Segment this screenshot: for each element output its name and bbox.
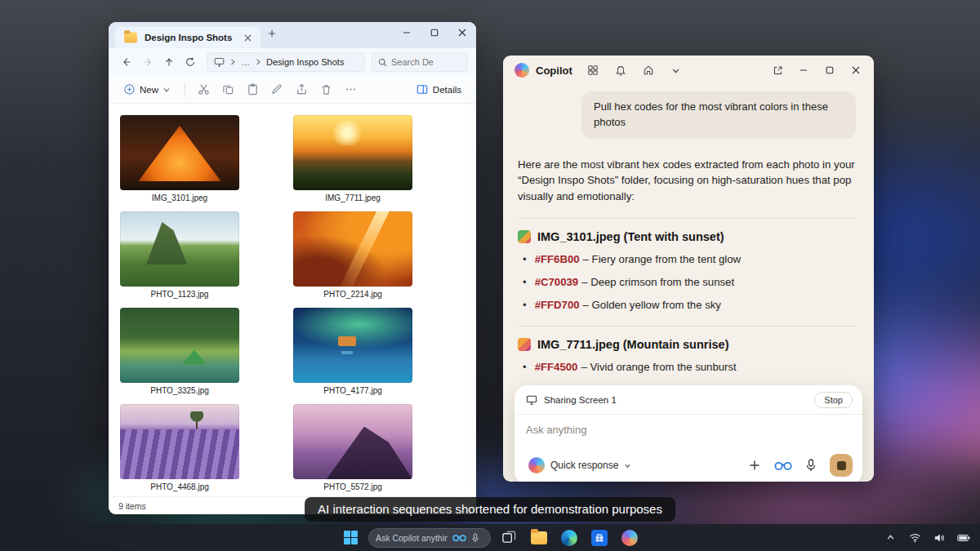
file-item[interactable]: PHTO_5572.jpg xyxy=(293,404,412,491)
refresh-icon[interactable] xyxy=(180,52,200,72)
chevron-down-icon[interactable] xyxy=(666,60,687,81)
file-item[interactable]: IMG_3101.jpeg xyxy=(120,115,239,202)
back-icon[interactable] xyxy=(117,52,136,72)
tab-close-icon[interactable] xyxy=(241,31,254,44)
user-message-bubble: Pull hex codes for the most vibrant colo… xyxy=(581,91,856,139)
photo-thumbnail-aurora-lake xyxy=(293,308,412,383)
battery-icon[interactable] xyxy=(956,527,972,549)
copilot-window-controls xyxy=(764,59,869,82)
assistant-intro-text: Here are the most vibrant hex codes extr… xyxy=(518,157,856,205)
copilot-taskbar-icon[interactable] xyxy=(617,527,642,549)
ask-anything-row xyxy=(514,415,862,438)
copilot-titlebar: Copilot xyxy=(503,56,874,85)
screen-share-bar: Sharing Screen 1 Stop xyxy=(514,385,862,415)
copilot-logo-icon xyxy=(514,63,529,78)
stop-sharing-button[interactable]: Stop xyxy=(814,392,853,408)
stop-generating-button[interactable] xyxy=(830,454,853,477)
microphone-icon[interactable] xyxy=(805,459,817,472)
section-heading-text: IMG_3101.jpeg (Tent with sunset) xyxy=(537,230,724,243)
close-button[interactable] xyxy=(448,22,476,43)
pages-icon[interactable] xyxy=(582,60,604,81)
notifications-icon[interactable] xyxy=(610,60,631,81)
file-name: PHTO_5572.jpg xyxy=(293,482,412,491)
wifi-icon[interactable] xyxy=(906,527,923,549)
rename-icon[interactable] xyxy=(266,79,287,100)
paste-icon[interactable] xyxy=(242,79,263,100)
file-name: PHTO_2214.jpg xyxy=(293,290,412,299)
hex-description: – Vivid orange from the sunburst xyxy=(581,361,736,373)
section-divider xyxy=(518,218,856,219)
delete-icon[interactable] xyxy=(315,79,336,100)
attach-plus-icon[interactable] xyxy=(748,459,761,472)
minimize-button[interactable] xyxy=(393,22,421,43)
edge-browser-icon[interactable] xyxy=(557,527,581,549)
new-tab-button[interactable] xyxy=(265,27,278,40)
hex-code: #FF6B00 xyxy=(535,253,580,265)
file-item[interactable]: PHTO_3325.jpg xyxy=(120,308,239,395)
response-mode-selector[interactable]: Quick response xyxy=(524,454,638,477)
new-button-label: New xyxy=(140,85,158,95)
taskbar-search-box[interactable] xyxy=(368,528,491,548)
minimize-button[interactable] xyxy=(791,59,817,82)
hex-code: #FF4500 xyxy=(535,361,578,373)
hex-bullet: #FF4500– Vivid orange from the sunburst xyxy=(523,359,856,375)
screen-icon xyxy=(526,395,537,405)
file-item[interactable]: PHTO_4177.jpg xyxy=(293,308,412,395)
explorer-navbar: … Design Inspo Shots xyxy=(109,48,476,76)
maximize-button[interactable] xyxy=(817,59,843,82)
share-icon[interactable] xyxy=(291,79,312,100)
copy-icon[interactable] xyxy=(217,79,238,100)
microphone-icon[interactable] xyxy=(471,533,479,543)
tray-chevron-up-icon[interactable] xyxy=(882,527,898,549)
address-bar[interactable]: … Design Inspo Shots xyxy=(207,52,365,72)
breadcrumb-current-folder[interactable]: Design Inspo Shots xyxy=(266,57,344,67)
new-button[interactable]: New xyxy=(117,81,177,98)
file-name: PHTO_3325.jpg xyxy=(120,386,239,395)
photo-thumbnail-tent-sunset xyxy=(120,115,239,190)
taskbar-search-input[interactable] xyxy=(376,533,448,543)
more-options-icon[interactable] xyxy=(340,79,361,100)
copilot-input-card: Sharing Screen 1 Stop Quick response xyxy=(514,385,862,482)
forward-icon[interactable] xyxy=(138,52,158,72)
copilot-title: Copilot xyxy=(536,64,572,77)
copilot-chat-area: Pull hex codes for the most vibrant colo… xyxy=(503,85,874,482)
home-icon[interactable] xyxy=(638,60,659,81)
folder-icon xyxy=(124,33,137,43)
file-item[interactable]: PHTO_4468.jpg xyxy=(120,404,239,491)
explorer-tab[interactable]: Design Inspo Shots xyxy=(115,27,261,48)
file-item[interactable]: PHTO_1123.jpg xyxy=(120,211,239,299)
section-divider xyxy=(518,326,856,327)
up-icon[interactable] xyxy=(159,52,179,72)
details-label: Details xyxy=(433,85,461,95)
file-name: PHTO_4177.jpg xyxy=(293,386,412,395)
maximize-button[interactable] xyxy=(421,22,448,43)
chevron-down-icon xyxy=(624,462,631,469)
chevron-right-icon xyxy=(229,59,236,65)
file-name: IMG_7711.jpeg xyxy=(293,193,412,202)
explorer-search-box[interactable] xyxy=(372,52,468,72)
volume-icon[interactable] xyxy=(931,527,947,549)
copilot-vision-glasses-icon[interactable] xyxy=(774,460,792,471)
start-button[interactable] xyxy=(338,527,363,549)
hex-description: – Deep crimson from the sunset xyxy=(581,276,734,288)
task-view-button[interactable] xyxy=(497,527,521,549)
file-name: PHTO_4468.jpg xyxy=(120,482,239,491)
item-count: 9 items xyxy=(118,501,146,511)
cut-icon[interactable] xyxy=(193,79,214,100)
hex-bullet: #C70039– Deep crimson from the sunset xyxy=(523,274,856,291)
file-explorer-taskbar-icon[interactable] xyxy=(527,527,551,549)
photo-icon xyxy=(518,230,531,243)
hex-description: – Fiery orange from the tent glow xyxy=(583,253,742,265)
share-window-icon[interactable] xyxy=(764,59,791,82)
close-button[interactable] xyxy=(843,59,869,82)
microsoft-store-icon[interactable] xyxy=(587,527,612,549)
search-icon xyxy=(378,58,387,67)
breadcrumb-ellipsis[interactable]: … xyxy=(241,57,250,67)
file-item[interactable]: PHTO_2214.jpg xyxy=(293,211,412,299)
explorer-window-controls xyxy=(393,22,476,43)
file-item[interactable]: IMG_7711.jpeg xyxy=(293,115,412,202)
explorer-search-input[interactable] xyxy=(391,57,457,67)
copilot-prompt-input[interactable] xyxy=(526,424,851,436)
details-toggle[interactable]: Details xyxy=(410,81,468,98)
photo-thumbnail-lavender-field xyxy=(120,404,239,479)
